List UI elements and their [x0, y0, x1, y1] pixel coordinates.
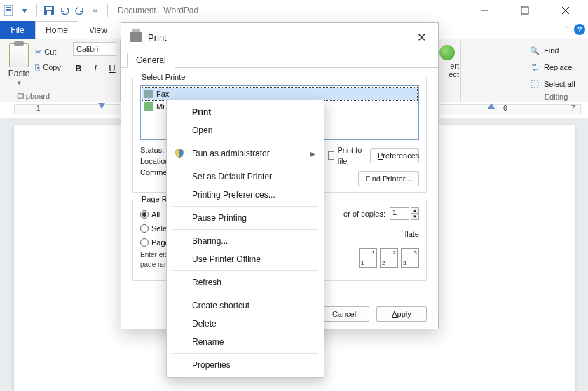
- clipboard-group-label: Clipboard: [6, 90, 61, 100]
- collapse-ribbon-icon[interactable]: ⌃: [564, 25, 570, 33]
- paste-button[interactable]: Paste ▼: [6, 42, 32, 87]
- printer-icon: [130, 32, 142, 42]
- view-tab[interactable]: View: [78, 21, 118, 39]
- qat-customize-icon[interactable]: ⬄: [89, 4, 102, 17]
- title-bar: ▾ ⬄ Document - WordPad: [0, 0, 588, 21]
- apply-button[interactable]: ApplyApply: [376, 306, 427, 322]
- svg-rect-4: [46, 7, 52, 10]
- close-button[interactable]: [552, 1, 580, 20]
- paste-label: Paste: [8, 69, 30, 78]
- preferences-button[interactable]: PPreferencesreferences: [370, 148, 419, 163]
- editing-group-label: Editing: [530, 91, 582, 101]
- home-tab[interactable]: Home: [35, 21, 78, 39]
- ctx-run-as-admin-label: Run as administrator: [192, 149, 270, 158]
- copy-button[interactable]: ⎘ Copy: [35, 60, 61, 74]
- svg-rect-2: [6, 9, 11, 11]
- select-printer-legend: Select Printer: [139, 73, 191, 81]
- right-indent-marker-icon[interactable]: [488, 103, 495, 110]
- printer-fax-label: Fax: [156, 90, 169, 98]
- ctx-print[interactable]: Print: [167, 103, 324, 121]
- print-to-file-label: Print to file: [337, 144, 364, 167]
- help-icon[interactable]: ?: [574, 24, 585, 35]
- minimize-button[interactable]: [470, 1, 498, 20]
- find-label: Find: [544, 46, 559, 55]
- ctx-delete[interactable]: Delete: [167, 315, 324, 333]
- replace-label: Replace: [544, 63, 572, 71]
- chevron-right-icon: ▶: [310, 150, 315, 158]
- qat-dropdown-icon[interactable]: ▾: [18, 4, 31, 17]
- ctx-properties[interactable]: Properties: [167, 356, 324, 374]
- ctx-refresh[interactable]: Refresh: [167, 273, 324, 291]
- dialog-close-button[interactable]: ✕: [413, 31, 430, 44]
- ruler-tick-6: 6: [503, 104, 507, 112]
- ctx-rename[interactable]: Rename: [167, 333, 324, 351]
- select-all-icon: [530, 79, 540, 89]
- dialog-title: Print: [148, 32, 167, 43]
- ctx-create-shortcut[interactable]: Create shortcut: [167, 296, 324, 315]
- spin-down-icon[interactable]: ▼: [411, 214, 419, 220]
- copies-label: er of copies:: [343, 210, 385, 218]
- checkbox-icon: [328, 151, 334, 160]
- copies-input[interactable]: 1: [390, 207, 409, 220]
- svg-rect-1: [6, 7, 11, 8]
- underline-button[interactable]: U: [107, 63, 118, 74]
- maximize-button[interactable]: [511, 1, 539, 20]
- printer-context-menu: Print Open Run as administrator ▶ Set as…: [166, 100, 324, 378]
- ctx-use-offline[interactable]: Use Printer Offline: [167, 250, 324, 268]
- collate-page-icon: [359, 248, 377, 268]
- separator: [172, 142, 318, 142]
- indent-marker-icon[interactable]: [98, 103, 105, 110]
- scissors-icon: ✂: [35, 48, 41, 57]
- separator: [172, 229, 318, 230]
- save-icon[interactable]: [43, 4, 55, 17]
- cut-label: Cut: [44, 48, 56, 56]
- file-tab[interactable]: File: [0, 21, 35, 39]
- separator: [107, 4, 108, 17]
- svg-marker-11: [98, 103, 105, 109]
- shield-icon: [174, 148, 185, 159]
- range-selection-label: Sele: [151, 224, 167, 233]
- ctx-printing-prefs[interactable]: Printing Preferences...: [167, 186, 324, 204]
- print-to-file-checkbox[interactable]: Print to file: [328, 144, 364, 167]
- separator: [172, 294, 318, 294]
- collate-page-icon: [380, 248, 398, 268]
- ruler-tick-1: 1: [36, 104, 41, 112]
- ctx-run-as-admin[interactable]: Run as administrator ▶: [167, 144, 324, 163]
- ruler-tick-7: 7: [571, 104, 575, 112]
- quick-access-toolbar: ▾ ⬄: [3, 4, 111, 17]
- copies-spinner[interactable]: 1 ▲ ▼: [390, 207, 419, 220]
- copy-icon: ⎘: [35, 63, 40, 71]
- spin-up-icon[interactable]: ▲: [411, 207, 419, 214]
- app-icon: [3, 4, 15, 17]
- ctx-set-default[interactable]: Set as Default Printer: [167, 167, 324, 186]
- cancel-button[interactable]: Cancel: [319, 306, 369, 322]
- copy-label: Copy: [43, 63, 61, 71]
- separator: [172, 165, 318, 165]
- italic-button[interactable]: I: [90, 63, 101, 74]
- separator: [36, 4, 37, 17]
- find-printer-button[interactable]: Find Printer...: [358, 171, 419, 186]
- select-all-button[interactable]: Select all: [530, 77, 575, 91]
- printer-second-label: Mi: [156, 102, 165, 111]
- font-name-select[interactable]: Calibri: [73, 42, 116, 56]
- redo-icon[interactable]: [74, 4, 86, 17]
- printer-item-fax[interactable]: Fax: [142, 88, 417, 100]
- ctx-pause-printing[interactable]: Pause Printing: [167, 209, 324, 227]
- clipboard-icon: [9, 43, 29, 67]
- ctx-open[interactable]: Open: [167, 121, 324, 139]
- general-tab[interactable]: General: [127, 53, 175, 68]
- radio-icon: [140, 238, 149, 247]
- ctx-sharing[interactable]: Sharing...: [167, 232, 324, 250]
- separator: [172, 206, 318, 207]
- font-group-label: [73, 99, 114, 100]
- dialog-titlebar: Print ✕: [121, 23, 438, 51]
- undo-icon[interactable]: [58, 4, 71, 17]
- fax-icon: [144, 90, 153, 98]
- find-button[interactable]: 🔍 Find: [530, 43, 559, 57]
- printer-icon: [144, 102, 153, 111]
- dialog-tabs: General: [121, 51, 438, 68]
- bold-button[interactable]: B: [73, 63, 84, 74]
- separator: [172, 270, 318, 271]
- replace-button[interactable]: Replace: [530, 60, 572, 74]
- cut-button[interactable]: ✂ Cut: [35, 45, 61, 59]
